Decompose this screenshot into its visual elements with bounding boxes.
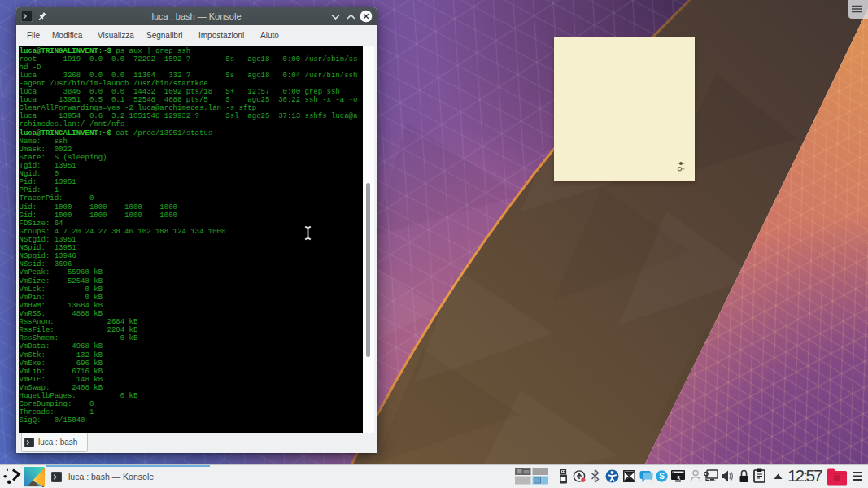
svg-text:S: S	[659, 472, 665, 481]
